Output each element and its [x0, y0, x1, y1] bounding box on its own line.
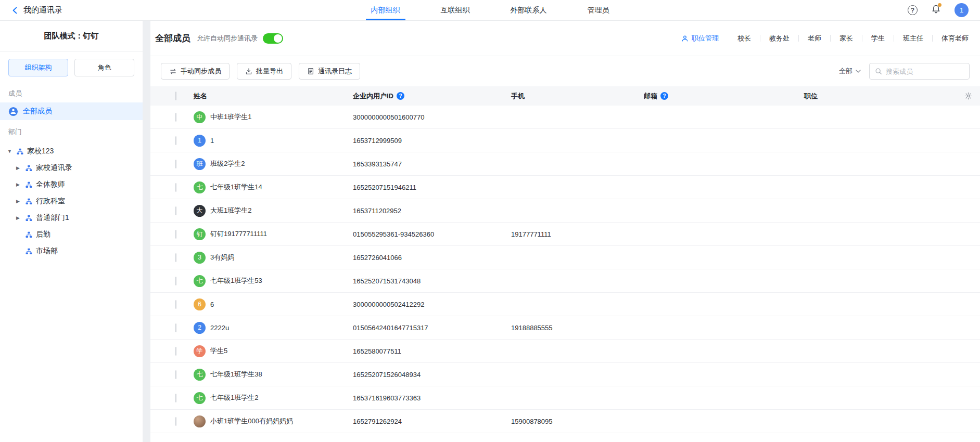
- tree-item-家校123[interactable]: ▼家校123: [0, 143, 143, 160]
- collapse-icon[interactable]: ▼: [7, 149, 17, 154]
- table-row[interactable]: 中中班1班学生13000000000501600770: [150, 106, 980, 129]
- member-avatar: 中: [194, 111, 206, 123]
- search-input[interactable]: [886, 68, 964, 75]
- select-all-checkbox[interactable]: [175, 92, 176, 100]
- email-help-icon[interactable]: ?: [660, 92, 668, 100]
- member-avatar: 2: [194, 322, 206, 334]
- table-row[interactable]: 22222u0150564240164771531719188885555: [150, 316, 980, 340]
- row-checkbox[interactable]: [175, 417, 176, 426]
- row-checkbox[interactable]: [175, 206, 176, 215]
- chevron-left-icon: [11, 7, 18, 14]
- member-phone: 19188885555: [511, 324, 644, 332]
- page-title: 我的通讯录: [23, 5, 62, 15]
- position-tag[interactable]: 学生: [870, 34, 886, 43]
- tree-item-家校通讯录[interactable]: ▶家校通讯录: [0, 160, 143, 176]
- position-manage-link[interactable]: 职位管理: [681, 34, 719, 43]
- table-row[interactable]: 111653712999509: [150, 129, 980, 152]
- sidebar-item-all-members[interactable]: 全部成员: [0, 102, 143, 120]
- table-row[interactable]: 七七年级1班学生53165252071531743048: [150, 269, 980, 293]
- sidebar: 团队模式：钉钉 组织架构 角色 成员 全部成员 部门 ▼家校123▶家校通讯录▶…: [0, 21, 143, 442]
- batch-export-label: 批量导出: [256, 67, 283, 76]
- table-row[interactable]: 七七年级1班学生2165371619603773363: [150, 386, 980, 410]
- tree-item-后勤[interactable]: 后勤: [0, 226, 143, 243]
- column-settings-gear-icon[interactable]: [956, 92, 980, 100]
- all-members-label: 全部成员: [23, 107, 52, 116]
- department-icon: [26, 215, 36, 222]
- row-checkbox[interactable]: [175, 160, 176, 168]
- contact-log-button[interactable]: 通讯录日志: [299, 63, 360, 80]
- tab-admins[interactable]: 管理员: [588, 0, 609, 20]
- batch-export-button[interactable]: 批量导出: [237, 63, 291, 80]
- position-tag[interactable]: 体育老师: [940, 34, 970, 43]
- filter-dropdown[interactable]: 全部: [839, 67, 861, 76]
- row-checkbox[interactable]: [175, 230, 176, 239]
- contact-log-label: 通讯录日志: [318, 67, 352, 76]
- table-row[interactable]: 钉钉钉191777711111015055295361-934526360191…: [150, 223, 980, 246]
- topbar-actions: ? 1: [908, 3, 969, 17]
- tree-item-行政科室[interactable]: ▶行政科室: [0, 193, 143, 210]
- auto-sync-toggle[interactable]: [263, 33, 283, 44]
- tree-item-市场部[interactable]: 市场部: [0, 243, 143, 259]
- position-tag[interactable]: 校长: [736, 34, 752, 43]
- member-avatar: 班: [194, 158, 206, 170]
- row-checkbox[interactable]: [175, 183, 176, 192]
- tab-connected-org[interactable]: 互联组织: [441, 0, 470, 20]
- department-tree: ▼家校123▶家校通讯录▶全体教师▶行政科室▶普通部门1后勤市场部: [0, 141, 143, 259]
- table-row[interactable]: 七七年级1班学生38165252071526048934: [150, 363, 980, 386]
- user-id-help-icon[interactable]: ?: [397, 92, 404, 100]
- row-checkbox[interactable]: [175, 253, 176, 262]
- roles-button[interactable]: 角色: [74, 59, 134, 76]
- member-phone: 15900878095: [511, 418, 644, 425]
- manual-sync-button[interactable]: 手动同步成员: [161, 63, 230, 80]
- all-members-icon: [8, 107, 18, 116]
- expand-icon[interactable]: ▶: [16, 165, 26, 171]
- help-icon[interactable]: ?: [908, 5, 918, 15]
- table-body: 中中班1班学生130000000005016007701116537129995…: [150, 106, 980, 433]
- tab-external-contacts[interactable]: 外部联系人: [511, 0, 547, 20]
- row-checkbox[interactable]: [175, 136, 176, 145]
- table-row[interactable]: 663000000000502412292: [150, 293, 980, 316]
- department-icon: [17, 148, 27, 155]
- row-checkbox[interactable]: [175, 370, 176, 379]
- member-user-id: 165371619603773363: [353, 394, 511, 402]
- member-name: 钉钉191777711111: [210, 229, 267, 239]
- tree-item-全体教师[interactable]: ▶全体教师: [0, 176, 143, 193]
- position-tag[interactable]: 教务处: [768, 34, 791, 43]
- member-name: 班级2学生2: [210, 159, 245, 168]
- tree-item-普通部门1[interactable]: ▶普通部门1: [0, 210, 143, 226]
- member-name: 七年级1班学生14: [210, 183, 262, 192]
- row-checkbox[interactable]: [175, 113, 176, 122]
- member-avatar: 大: [194, 205, 206, 217]
- column-name: 姓名: [194, 92, 353, 101]
- position-tag[interactable]: 老师: [807, 34, 822, 43]
- member-name: 小班1班学生000有妈妈妈妈: [210, 417, 293, 426]
- table-row[interactable]: 班班级2学生21653393135747: [150, 152, 980, 176]
- back-button[interactable]: 我的通讯录: [11, 5, 62, 15]
- position-tag[interactable]: 班主任: [902, 34, 924, 43]
- expand-icon[interactable]: ▶: [16, 199, 26, 204]
- row-checkbox[interactable]: [175, 300, 176, 309]
- table-row[interactable]: 大大班1班学生21653711202952: [150, 199, 980, 223]
- member-user-id: 16525207151946211: [353, 184, 511, 191]
- column-phone: 手机: [511, 92, 644, 101]
- member-user-id: 165252071526048934: [353, 371, 511, 379]
- member-avatar: 七: [194, 181, 206, 193]
- member-name: 2222u: [210, 324, 229, 332]
- table-row[interactable]: 33有妈妈1652726041066: [150, 246, 980, 269]
- org-structure-button[interactable]: 组织架构: [8, 59, 68, 76]
- tab-internal-org[interactable]: 内部组织: [371, 0, 400, 20]
- expand-icon[interactable]: ▶: [16, 215, 26, 220]
- position-tag[interactable]: 家长: [838, 34, 854, 43]
- expand-icon[interactable]: ▶: [16, 182, 26, 187]
- table-header-row: 姓名 企业内用户ID ? 手机 邮箱 ? 职位: [150, 86, 980, 106]
- row-checkbox[interactable]: [175, 347, 176, 356]
- row-checkbox[interactable]: [175, 323, 176, 332]
- row-checkbox[interactable]: [175, 277, 176, 285]
- table-row[interactable]: 学学生51652580077511: [150, 340, 980, 363]
- table-row[interactable]: 七七年级1班学生1416525207151946211: [150, 176, 980, 199]
- user-avatar[interactable]: 1: [954, 3, 969, 17]
- table-row[interactable]: 小班1班学生000有妈妈妈妈165279126292415900878095: [150, 410, 980, 433]
- row-checkbox[interactable]: [175, 394, 176, 402]
- notification-bell-icon[interactable]: [931, 4, 941, 16]
- search-box: [869, 63, 970, 80]
